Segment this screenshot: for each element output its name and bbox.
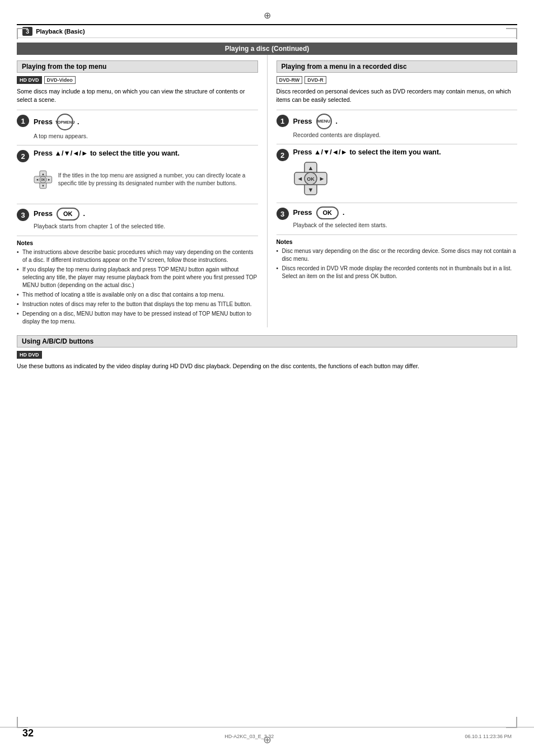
bottom-crosshair: ⊕ <box>0 734 534 746</box>
page: ⊕ 3 Playback (Basic) Playing a disc (Con… <box>0 0 534 756</box>
left-step-content-3: Press OK . Playback starts from chapter … <box>34 208 258 230</box>
ok-button-right: OK <box>316 206 339 219</box>
right-step-num-3: 3 <box>277 208 289 220</box>
svg-text:◄: ◄ <box>36 179 39 182</box>
right-dpad-icon: OK ▲ ▼ ◄ ► <box>293 161 328 196</box>
list-item: Discs recorded in DVD VR mode display th… <box>277 265 518 280</box>
left-step-desc-1: A top menu appears. <box>34 132 258 140</box>
left-step-action-1: Press TOPMENU . <box>34 114 258 130</box>
left-step-desc-3: Playback starts from chapter 1 of the se… <box>34 222 258 231</box>
svg-text:OK: OK <box>307 176 315 182</box>
corner-tl <box>17 28 28 39</box>
list-item: Instruction notes of discs may refer to … <box>17 300 258 308</box>
ok-button-left: OK <box>57 208 79 220</box>
svg-text:►: ► <box>318 175 325 182</box>
badge-hddvd: HD DVD <box>17 76 42 84</box>
badge-dvdr: DVD-R <box>305 76 326 84</box>
badge-dvdvideo: DVD-Video <box>44 76 76 84</box>
bottom-text: Use these buttons as indicated by the vi… <box>17 362 517 370</box>
right-step-action-2: Press ▲/▼/◄/► to select the item you wan… <box>293 148 518 157</box>
right-step-content-1: Press MENU . Recorded contents are displ… <box>293 114 518 139</box>
badge-hddvd-bottom: HD DVD <box>17 351 42 359</box>
chapter-bar: 3 Playback (Basic) <box>17 24 517 38</box>
left-notes-list: The instructions above describe basic pr… <box>17 248 258 326</box>
right-step-num-1: 1 <box>277 115 289 127</box>
topmenu-button-icon: TOPMENU <box>57 114 73 130</box>
left-notes-title: Notes <box>17 240 258 246</box>
right-step-action-1: Press MENU . <box>293 114 518 129</box>
right-notes-list: Disc menus vary depending on the disc or… <box>277 247 518 280</box>
bottom-section: Using A/B/C/D buttons HD DVD Use these b… <box>17 335 517 370</box>
right-step-2: 2 Press ▲/▼/◄/► to select the item you w… <box>277 144 518 198</box>
chapter-title: Playback (Basic) <box>36 28 85 35</box>
svg-text:◄: ◄ <box>297 175 303 182</box>
two-col-layout: Playing from the top menu HD DVD DVD-Vid… <box>17 55 517 327</box>
menu-button-icon: MENU <box>316 114 332 129</box>
left-step-action-3: Press OK . <box>34 208 258 220</box>
badge-dvdrw: DVD-RW <box>277 76 303 84</box>
right-step-num-2: 2 <box>277 149 289 161</box>
right-intro: Discs recorded on personal devices such … <box>277 87 518 104</box>
svg-text:►: ► <box>48 179 51 182</box>
list-item: Depending on a disc, MENU button may hav… <box>17 310 258 326</box>
left-step-1: 1 Press TOPMENU . A top menu appears. <box>17 110 258 140</box>
list-item: This method of locating a title is avail… <box>17 291 258 299</box>
left-badges: HD DVD DVD-Video <box>17 76 258 84</box>
left-step-num-2: 2 <box>17 150 29 162</box>
left-dpad-desc: If the titles in the top menu are assign… <box>58 172 258 187</box>
svg-text:▼: ▼ <box>307 186 313 193</box>
left-step-content-2: Press ▲/▼/◄/► to select the title you wa… <box>34 149 258 199</box>
list-item: Disc menus vary depending on the disc or… <box>277 247 518 263</box>
main-heading: Playing a disc (Continued) <box>17 43 517 55</box>
left-dpad-container: OK ▲ ▼ ◄ ► If the titles in the top menu… <box>34 162 258 197</box>
right-step-content-3: Press OK . Playback of the selected item… <box>293 206 518 229</box>
corner-br <box>506 717 517 728</box>
right-column: Playing from a menu in a recorded disc D… <box>268 55 518 327</box>
right-step-3: 3 Press OK . Playback of the selected it… <box>277 203 518 229</box>
top-crosshair: ⊕ <box>0 0 534 24</box>
corner-tr <box>506 28 517 39</box>
right-heading: Playing from a menu in a recorded disc <box>277 60 518 73</box>
left-notes: Notes The instructions above describe ba… <box>17 236 258 326</box>
list-item: If you display the top menu during playb… <box>17 266 258 289</box>
right-dpad-container: OK ▲ ▼ ◄ ► <box>293 161 518 196</box>
svg-text:▲: ▲ <box>307 165 313 171</box>
svg-text:▼: ▼ <box>41 184 45 187</box>
svg-text:OK: OK <box>41 179 45 182</box>
left-heading: Playing from the top menu <box>17 60 258 73</box>
right-badges: DVD-RW DVD-R <box>277 76 518 84</box>
left-step-num-3: 3 <box>17 209 29 221</box>
bottom-heading: Using A/B/C/D buttons <box>17 335 517 348</box>
right-step-desc-3: Playback of the selected item starts. <box>293 221 518 229</box>
bottom-badges: HD DVD <box>17 351 517 359</box>
left-step-num-1: 1 <box>17 115 29 127</box>
left-step-content-1: Press TOPMENU . A top menu appears. <box>34 114 258 140</box>
left-step-3: 3 Press OK . Playback starts from chapte… <box>17 204 258 230</box>
right-step-1: 1 Press MENU . Recorded contents are dis… <box>277 110 518 139</box>
right-step-desc-1: Recorded contents are displayed. <box>293 131 518 139</box>
left-step-2: 2 Press ▲/▼/◄/► to select the title you … <box>17 145 258 199</box>
right-notes-title: Notes <box>277 238 518 245</box>
right-step-action-3: Press OK . <box>293 206 518 219</box>
svg-text:▲: ▲ <box>41 172 45 176</box>
right-step-content-2: Press ▲/▼/◄/► to select the item you wan… <box>293 148 518 198</box>
right-notes: Notes Disc menus vary depending on the d… <box>277 234 518 280</box>
corner-bl <box>17 717 28 728</box>
left-intro: Some discs may include a top menu, on wh… <box>17 87 258 104</box>
left-step-action-2: Press ▲/▼/◄/► to select the title you wa… <box>34 149 258 158</box>
list-item: The instructions above describe basic pr… <box>17 248 258 264</box>
left-dpad-icon: OK ▲ ▼ ◄ ► <box>34 162 53 197</box>
left-column: Playing from the top menu HD DVD DVD-Vid… <box>17 55 268 327</box>
